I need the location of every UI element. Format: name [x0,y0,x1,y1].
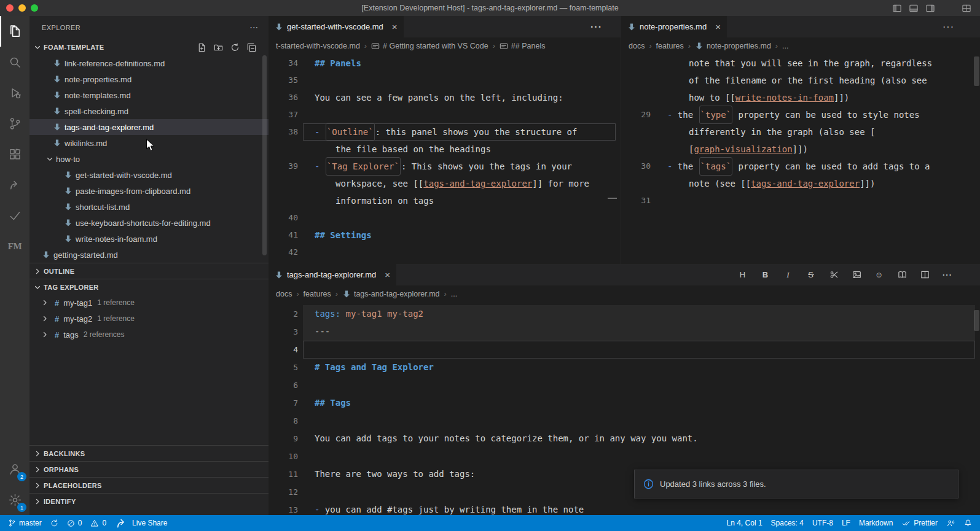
close-icon[interactable]: × [385,269,390,280]
breadcrumb-item-panels[interactable]: ## Panels [500,42,546,50]
minimize-window-button[interactable] [18,4,26,12]
code-line-text[interactable] [298,376,315,394]
tree-item-note-properties-md[interactable]: note-properties.md [29,71,269,87]
code-line-text[interactable]: ## Tags [298,394,351,412]
breadcrumb-item-t-started-with-vscode-md[interactable]: t-started-with-vscode.md [276,42,360,50]
code-line-text[interactable] [298,483,315,501]
code-line-text[interactable]: note (see [[tags-and-tag-explorer]]) [651,175,875,192]
code-line-text[interactable]: the file based on the headings [298,141,491,158]
activity-settings-icon[interactable]: 1 [0,484,29,515]
code-line-text[interactable]: tags: my-tag1 my-tag2 [298,305,423,323]
more-actions-icon[interactable]: ··· [250,24,259,31]
more-actions-icon[interactable]: ··· [590,21,602,33]
code-line-text[interactable]: note that you will see in the graph, reg… [651,55,932,72]
section-outline[interactable]: OUTLINE [29,263,269,279]
activity-foam-icon[interactable]: FM [0,231,29,262]
split-editor-icon[interactable] [918,268,931,282]
code-line-text[interactable]: - `Tag Explorer`: This shows you the tag… [298,158,572,175]
tag-item-tags[interactable]: #tags2 references [29,327,269,343]
strikethrough-icon[interactable]: S [804,268,818,282]
code-line-text[interactable]: [graph-visualization]]) [651,141,808,158]
italic-icon[interactable]: I [782,268,795,282]
activity-source-control-icon[interactable] [0,108,29,139]
tree-item-link-reference-definitions-md[interactable]: link-reference-definitions.md [29,55,269,71]
section-tag-explorer[interactable]: TAG EXPLORER [29,279,269,295]
tab-note-properties[interactable]: note-properties.md × [621,16,727,37]
tree-item-get-started-with-vscode-md[interactable]: get-started-with-vscode.md [29,167,269,183]
breadcrumb-item-[interactable]: ... [782,42,788,50]
tree-item-wikilinks-md[interactable]: wikilinks.md [29,135,269,151]
code-line-text[interactable] [298,72,315,89]
code-line-text[interactable]: --- [298,323,330,341]
code-line-text[interactable]: - the `type` property can be used to sty… [651,106,920,123]
customize-layout-icon[interactable] [962,4,971,13]
tree-item-getting-started-md[interactable]: getting-started.md [29,247,269,263]
code-line-text[interactable] [298,209,315,227]
status-0[interactable]: 0 [63,515,87,531]
status-ln-4-col-1[interactable]: Ln 4, Col 1 [723,515,767,531]
activity-testing-icon[interactable] [0,200,29,231]
activity-accounts-icon[interactable]: 2 [0,454,29,484]
emoji-icon[interactable]: ☺ [872,268,886,282]
section-identify[interactable]: IDENTIFY [29,493,269,509]
close-icon[interactable]: × [715,21,721,32]
zoom-window-button[interactable] [31,4,38,12]
toggle-panel-icon[interactable] [909,4,919,13]
breadcrumb-item-docs[interactable]: docs [276,290,292,298]
tree-item-spell-checking-md[interactable]: spell-checking.md [29,103,269,119]
code-line-text[interactable] [651,192,667,209]
heading-icon[interactable]: H [736,268,750,282]
status-live-share[interactable]: Live Share [111,515,171,531]
code-line-text[interactable]: - the `tags` property can be used to add… [651,158,930,175]
new-file-icon[interactable] [197,43,206,52]
code-line-text[interactable]: ## Settings [298,227,372,244]
status-lf[interactable]: LF [837,515,855,531]
refresh-icon[interactable] [230,43,240,52]
code-line-text[interactable]: of the filename or the first heading (al… [651,72,927,89]
breadcrumb-item-note-properties-md[interactable]: note-properties.md [695,42,771,50]
section-orphans[interactable]: ORPHANS [29,461,269,477]
collapse-all-icon[interactable] [247,43,256,52]
code-line-text[interactable] [298,106,315,123]
code-line-text[interactable]: information on tags [298,192,434,209]
section-foam-template[interactable]: FOAM-TEMPLATE [29,39,269,55]
toggle-sidebar-icon[interactable] [892,4,902,13]
scissors-icon[interactable] [827,268,841,282]
tree-item-shortcut-list-md[interactable]: shortcut-list.md [29,199,269,215]
breadcrumb-item-features[interactable]: features [304,290,331,298]
status-markdown[interactable]: Markdown [855,515,897,531]
close-window-button[interactable] [6,4,14,12]
status-bell[interactable] [960,515,976,531]
code-line-text[interactable]: ## Panels [298,55,361,72]
close-icon[interactable]: × [392,21,398,32]
new-folder-icon[interactable] [214,43,223,52]
status-spaces-4[interactable]: Spaces: 4 [767,515,808,531]
code-line-text[interactable] [298,244,315,261]
editor-get-started-with-vscode[interactable]: 34## Panels3536You can see a few panels … [269,55,621,264]
toggle-secondary-sidebar-icon[interactable] [925,4,935,13]
sidebar-scrollbar[interactable] [262,55,267,255]
preview-icon[interactable] [895,268,909,282]
status-sync[interactable] [46,515,63,531]
activity-live-share-icon[interactable] [0,169,29,200]
code-line-text[interactable]: differently in the graph (also see [ [651,123,875,141]
code-line-text[interactable]: how to [[write-notes-in-foam]]) [651,89,849,106]
tab-get-started-with-vscode[interactable]: get-started-with-vscode.md × [269,16,404,37]
image-icon[interactable] [850,268,863,282]
activity-run-debug-icon[interactable] [0,77,29,108]
activity-search-icon[interactable] [0,47,29,77]
tree-item-paste-images-from-clipboard-md[interactable]: paste-images-from-clipboard.md [29,183,269,199]
breadcrumb-item-tags-and-tag-explorer-md[interactable]: tags-and-tag-explorer.md [342,290,440,298]
more-actions-icon[interactable]: ··· [943,21,954,33]
status-0[interactable]: 0 [86,515,111,531]
code-line-text[interactable] [298,341,315,359]
tree-item-write-notes-in-foam-md[interactable]: write-notes-in-foam.md [29,231,269,247]
notification-toast[interactable]: Updated 3 links across 3 files. [634,470,958,498]
activity-explorer-icon[interactable] [0,16,29,47]
tab-tags-and-tag-explorer[interactable]: tags-and-tag-explorer.md × [269,264,397,285]
code-line-text[interactable]: workspace, see [[tags-and-tag-explorer]]… [298,175,589,192]
breadcrumb-item-[interactable]: ... [451,290,457,298]
code-line-text[interactable]: - `Outline`: this panel shows you the st… [298,123,577,141]
section-backlinks[interactable]: BACKLINKS [29,445,269,461]
code-line-text[interactable]: # Tags and Tag Explorer [298,359,434,376]
